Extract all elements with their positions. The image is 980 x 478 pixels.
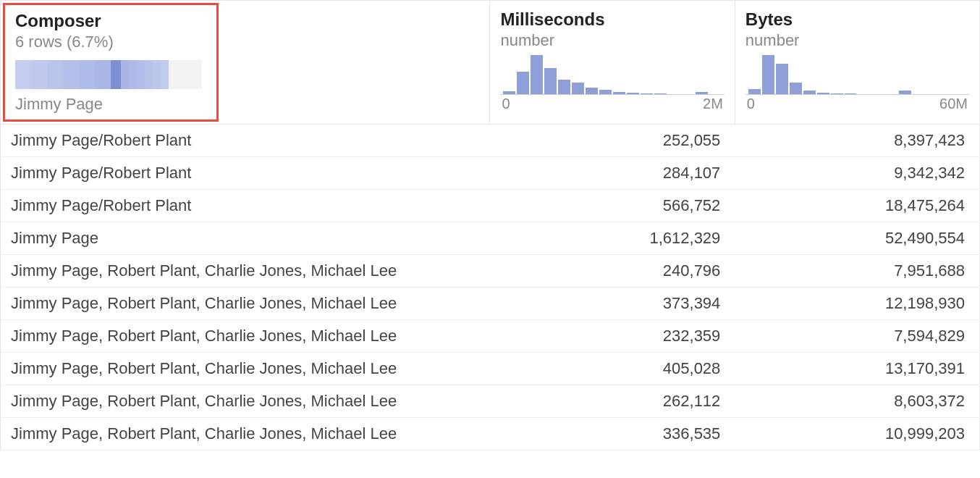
cell-milliseconds: 373,394 — [490, 288, 735, 320]
cell-milliseconds: 232,359 — [490, 320, 735, 353]
histogram-bar — [696, 92, 708, 94]
distribution-segment[interactable] — [137, 60, 145, 89]
histogram-bar — [845, 93, 857, 94]
column-title: Bytes — [745, 9, 969, 30]
cell-composer: Jimmy Page, Robert Plant, Charlie Jones,… — [1, 385, 490, 418]
column-header-bytes[interactable]: Bytes number 0 60M — [735, 1, 979, 125]
column-subtitle: number — [745, 31, 969, 50]
histogram-bar — [503, 91, 515, 94]
histogram-bar — [803, 91, 816, 94]
column-header-composer[interactable]: Composer 6 rows (6.7%) Jimmy Page — [1, 1, 490, 125]
table-row[interactable]: Jimmy Page, Robert Plant, Charlie Jones,… — [1, 320, 980, 353]
cell-milliseconds: 405,028 — [490, 353, 735, 385]
histogram-bar — [654, 93, 667, 94]
cell-milliseconds: 284,107 — [490, 157, 735, 190]
distribution-segment[interactable] — [153, 60, 161, 89]
distribution-segment[interactable] — [63, 60, 79, 89]
distribution-segment[interactable] — [169, 60, 202, 89]
composer-distribution-bar[interactable] — [15, 60, 202, 89]
cell-milliseconds: 336,535 — [490, 418, 735, 450]
composer-filter-value: Jimmy Page — [15, 95, 206, 114]
cell-bytes: 8,603,372 — [735, 385, 979, 418]
cell-milliseconds: 1,612,329 — [490, 222, 735, 255]
histogram-bar — [762, 55, 774, 94]
cell-composer: Jimmy Page/Robert Plant — [1, 157, 490, 190]
table-row[interactable]: Jimmy Page/Robert Plant252,0558,397,423 — [1, 125, 980, 157]
axis-min-label: 0 — [502, 96, 510, 112]
histogram-bar — [748, 89, 761, 94]
table-row[interactable]: Jimmy Page1,612,32952,490,554 — [1, 222, 980, 255]
distribution-segment[interactable] — [111, 60, 121, 89]
composer-filter-highlight: Composer 6 rows (6.7%) Jimmy Page — [3, 3, 219, 122]
table-row[interactable]: Jimmy Page, Robert Plant, Charlie Jones,… — [1, 385, 980, 418]
cell-composer: Jimmy Page, Robert Plant, Charlie Jones,… — [1, 320, 490, 353]
histogram-bar — [517, 72, 529, 95]
histogram-bar — [831, 93, 843, 94]
cell-bytes: 13,170,391 — [735, 353, 979, 385]
histogram-bar — [613, 92, 625, 94]
cell-composer: Jimmy Page/Robert Plant — [1, 190, 490, 222]
histogram-bar — [544, 68, 557, 94]
distribution-segment[interactable] — [95, 60, 111, 89]
distribution-segment[interactable] — [145, 60, 153, 89]
histogram-bar — [817, 93, 829, 94]
table-row[interactable]: Jimmy Page, Robert Plant, Charlie Jones,… — [1, 255, 980, 288]
cell-bytes: 8,397,423 — [735, 125, 979, 157]
histogram-bar — [641, 93, 653, 94]
histogram-bar — [586, 88, 598, 94]
cell-milliseconds: 566,752 — [490, 190, 735, 222]
cell-milliseconds: 240,796 — [490, 255, 735, 288]
axis-max-label: 2M — [703, 96, 723, 112]
distribution-segment[interactable] — [15, 60, 31, 89]
cell-composer: Jimmy Page/Robert Plant — [1, 125, 490, 157]
data-table: Composer 6 rows (6.7%) Jimmy Page Millis… — [0, 0, 980, 450]
cell-composer: Jimmy Page, Robert Plant, Charlie Jones,… — [1, 418, 490, 450]
table-row[interactable]: Jimmy Page, Robert Plant, Charlie Jones,… — [1, 288, 980, 320]
cell-milliseconds: 262,112 — [490, 385, 735, 418]
axis-max-label: 60M — [939, 96, 968, 112]
table-row[interactable]: Jimmy Page/Robert Plant566,75218,475,264 — [1, 190, 980, 222]
axis-min-label: 0 — [747, 96, 755, 112]
histogram-bar — [899, 91, 911, 94]
cell-composer: Jimmy Page, Robert Plant, Charlie Jones,… — [1, 353, 490, 385]
table-row[interactable]: Jimmy Page, Robert Plant, Charlie Jones,… — [1, 418, 980, 450]
cell-milliseconds: 252,055 — [490, 125, 735, 157]
distribution-segment[interactable] — [129, 60, 137, 89]
cell-bytes: 10,999,203 — [735, 418, 979, 450]
histogram-bar — [790, 83, 802, 94]
bytes-histogram[interactable]: 0 60M — [745, 57, 969, 108]
histogram-bar — [572, 83, 584, 94]
cell-bytes: 12,198,930 — [735, 288, 979, 320]
milliseconds-histogram[interactable]: 0 2M — [500, 57, 724, 108]
column-title: Milliseconds — [500, 9, 724, 30]
histogram-bar — [558, 80, 570, 94]
distribution-segment[interactable] — [31, 60, 47, 89]
histogram-bar — [776, 64, 788, 94]
column-subtitle: number — [500, 31, 724, 50]
cell-composer: Jimmy Page, Robert Plant, Charlie Jones,… — [1, 288, 490, 320]
cell-bytes: 7,951,688 — [735, 255, 979, 288]
histogram-bar — [531, 55, 543, 94]
table-row[interactable]: Jimmy Page/Robert Plant284,1079,342,342 — [1, 157, 980, 190]
distribution-segment[interactable] — [121, 60, 129, 89]
column-subtitle: 6 rows (6.7%) — [15, 33, 206, 51]
distribution-segment[interactable] — [161, 60, 169, 89]
distribution-segment[interactable] — [79, 60, 95, 89]
distribution-segment[interactable] — [47, 60, 63, 89]
cell-bytes: 18,475,264 — [735, 190, 979, 222]
histogram-bar — [599, 90, 612, 94]
cell-bytes: 52,490,554 — [735, 222, 979, 255]
table-header-row: Composer 6 rows (6.7%) Jimmy Page Millis… — [1, 1, 980, 125]
cell-bytes: 7,594,829 — [735, 320, 979, 353]
column-title: Composer — [15, 11, 206, 31]
cell-composer: Jimmy Page, Robert Plant, Charlie Jones,… — [1, 255, 490, 288]
table-row[interactable]: Jimmy Page, Robert Plant, Charlie Jones,… — [1, 353, 980, 385]
cell-composer: Jimmy Page — [1, 222, 490, 255]
column-header-milliseconds[interactable]: Milliseconds number 0 2M — [490, 1, 735, 125]
histogram-bar — [627, 93, 639, 94]
cell-bytes: 9,342,342 — [735, 157, 979, 190]
